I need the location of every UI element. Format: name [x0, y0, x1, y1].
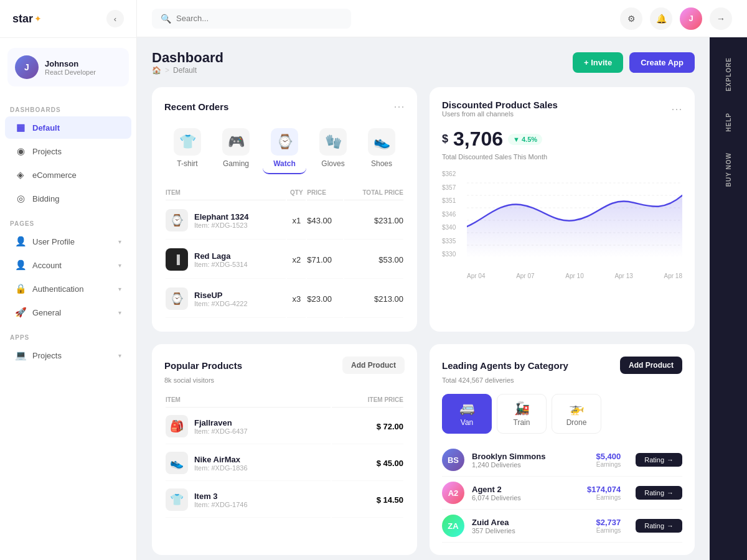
item-id: Item: #XDG-4222	[194, 300, 248, 307]
sidebar-item-projects-app[interactable]: 💻 Projects ▾	[5, 344, 131, 366]
sidebar-item-label: Account	[32, 261, 62, 270]
tab-tshirt-label: T-shirt	[177, 159, 197, 168]
notifications-icon-button[interactable]: 🔔	[650, 7, 672, 30]
col-price: ITEM PRICE	[332, 393, 403, 408]
la-add-product-button[interactable]: Add Product	[620, 357, 682, 374]
product-image: 🎒	[166, 415, 188, 437]
y-label: $330	[442, 251, 464, 258]
create-app-button[interactable]: Create App	[629, 52, 695, 73]
agent-earnings-block: $174,074 Earnings	[571, 485, 621, 501]
sidebar-item-user-profile[interactable]: 👤 User Profile ▾	[5, 230, 131, 253]
rating-button[interactable]: Rating →	[636, 519, 682, 533]
home-icon: 🏠	[152, 66, 161, 75]
sale-amount-row: $ 3,706 ▼ 4.5%	[442, 128, 682, 151]
header-avatar[interactable]: J	[680, 7, 702, 30]
buy-now-button[interactable]: Buy now	[725, 145, 732, 194]
agent-deliveries: 357 Deliveries	[472, 527, 563, 534]
tab-gloves-label: Gloves	[321, 159, 344, 168]
discounted-title: Discounted Product Sales	[442, 100, 558, 110]
search-input[interactable]	[176, 14, 342, 23]
content-wrapper: Dashboard 🏠 > Default + Invite Create Ap…	[137, 37, 747, 560]
page-title-left: Dashboard 🏠 > Default	[152, 50, 223, 75]
tab-train[interactable]: 🚂 Train	[497, 394, 547, 434]
tab-drone[interactable]: 🚁 Drone	[552, 394, 601, 434]
tab-van[interactable]: 🚐 Van	[442, 394, 492, 434]
main-content: Dashboard 🏠 > Default + Invite Create Ap…	[137, 37, 710, 560]
sidebar-item-bidding[interactable]: ◎ Bidding	[5, 187, 131, 210]
main-area: 🔍 ⚙ 🔔 J → Dashboard 🏠 > Default	[137, 0, 747, 560]
right-panel: Explore Help Buy now	[710, 37, 747, 560]
explore-button[interactable]: Explore	[725, 50, 732, 99]
popular-products-header: Popular Products Add Product	[164, 357, 405, 374]
sidebar-item-ecommerce[interactable]: ◈ eCommerce	[5, 164, 131, 186]
item-cell: ▐ Red Laga Item: #XDG-5314	[166, 241, 286, 279]
item-image: ⌚	[166, 287, 188, 310]
more-options-icon[interactable]: ⋯	[671, 102, 682, 116]
agent-info: Zuid Area 357 Deliveries	[472, 518, 563, 534]
sidebar-item-general[interactable]: 🚀 General ▾	[5, 301, 131, 324]
x-label: Apr 18	[664, 273, 682, 279]
item-name: Red Laga	[194, 251, 248, 261]
ecommerce-icon: ◈	[15, 169, 26, 180]
item-name: RiseUP	[194, 291, 248, 300]
product-cell: 🎒 Fjallraven Item: #XDG-6437	[166, 409, 331, 444]
gloves-icon: 🧤	[319, 128, 347, 156]
x-label: Apr 07	[516, 273, 534, 279]
product-name: Nike AirMax	[194, 455, 248, 464]
sidebar-item-label: User Profile	[32, 237, 75, 246]
sidebar-item-default[interactable]: ▦ Default	[5, 116, 131, 139]
product-name: Item 3	[194, 492, 248, 501]
arrow-right-icon-button[interactable]: →	[710, 7, 732, 30]
agent-earnings-block: $2,737 Earnings	[571, 518, 621, 534]
tab-label: Drone	[566, 418, 587, 427]
add-product-button[interactable]: Add Product	[342, 357, 405, 374]
sidebar-item-authentication[interactable]: 🔒 Authentication ▾	[5, 278, 131, 300]
tab-gaming-label: Gaming	[223, 159, 249, 168]
agent-avatar: ZA	[442, 515, 464, 537]
agent-name: Zuid Area	[472, 518, 563, 527]
search-bar[interactable]: 🔍	[152, 9, 351, 29]
rating-label: Rating	[644, 456, 664, 464]
trend-down-icon: ▼	[513, 136, 520, 143]
item-total: $53.00	[344, 241, 403, 279]
tab-gloves[interactable]: 🧤 Gloves	[311, 123, 355, 174]
tab-watch[interactable]: ⌚ Watch	[263, 123, 306, 174]
x-label: Apr 10	[565, 273, 583, 279]
list-item: 🎒 Fjallraven Item: #XDG-6437 $ 72.00	[166, 409, 403, 444]
earnings-label: Earnings	[571, 461, 621, 468]
agent-name: Agent 2	[472, 485, 563, 494]
auth-icon: 🔒	[15, 283, 26, 294]
chart-svg	[467, 170, 682, 258]
breadcrumb: 🏠 > Default	[152, 66, 223, 75]
logo-text: star	[12, 12, 33, 26]
product-image: 👕	[166, 488, 188, 511]
tab-tshirt[interactable]: 👕 T-shirt	[166, 123, 209, 174]
chevron-down-icon: ▾	[118, 286, 121, 292]
help-button[interactable]: Help	[725, 105, 732, 139]
tab-shoes[interactable]: 👟 Shoes	[360, 123, 403, 174]
account-icon: 👤	[15, 259, 26, 271]
invite-button[interactable]: + Invite	[573, 52, 623, 73]
header-right: ⚙ 🔔 J →	[620, 7, 732, 30]
sidebar: star ✦ ‹ J Johnson React Developer DASHB…	[0, 0, 137, 560]
sidebar-logo-area: star ✦ ‹	[0, 0, 136, 38]
chart-y-labels: $362 $357 $351 $346 $340 $335 $330	[442, 170, 464, 258]
settings-icon-button[interactable]: ⚙	[620, 7, 642, 30]
tab-label: Van	[461, 418, 473, 427]
sidebar-collapse-button[interactable]: ‹	[106, 10, 124, 27]
agent-avatar: BS	[442, 449, 464, 471]
y-label: $346	[442, 211, 464, 218]
arrow-right-icon: →	[667, 489, 674, 497]
sidebar-item-projects[interactable]: ◉ Projects	[5, 140, 131, 162]
rating-button[interactable]: Rating →	[636, 486, 682, 500]
rating-button[interactable]: Rating →	[636, 453, 682, 467]
agent-category-tabs: 🚐 Van 🚂 Train 🚁 Drone	[442, 394, 682, 434]
item-image: ⌚	[166, 209, 188, 231]
tab-gaming[interactable]: 🎮 Gaming	[214, 123, 258, 174]
sidebar-item-account[interactable]: 👤 Account ▾	[5, 254, 131, 276]
more-options-icon[interactable]: ⋯	[393, 100, 405, 113]
product-price: $ 45.00	[332, 446, 403, 481]
category-tabs: 👕 T-shirt 🎮 Gaming ⌚ Watch 🧤	[164, 123, 405, 174]
product-name: Fjallraven	[194, 418, 248, 427]
chevron-down-icon: ▾	[118, 262, 121, 269]
